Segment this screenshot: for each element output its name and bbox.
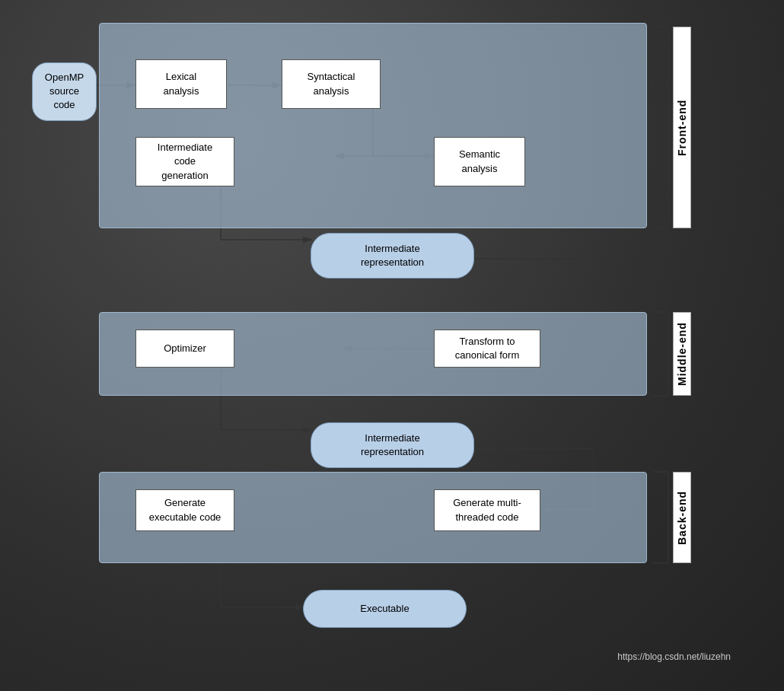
transform-canonical-box: Transform to canonical form <box>434 330 540 368</box>
gen-exec-box: Generate executable code <box>135 489 234 531</box>
middleend-label: Middle-end <box>673 312 691 396</box>
gen-mt-box: Generate multi- threaded code <box>434 489 540 531</box>
backend-label: Back-end <box>673 472 691 563</box>
frontend-panel <box>99 23 647 228</box>
ir1-node: Intermediate representation <box>311 233 474 279</box>
frontend-label: Front-end <box>673 27 691 228</box>
ir2-node: Intermediate representation <box>311 422 474 468</box>
watermark: https://blog.csdn.net/liuzehn <box>617 651 731 662</box>
source-code-node: OpenMP source code <box>32 62 97 121</box>
syntactical-analysis-box: Syntactical analysis <box>282 59 381 109</box>
lexical-analysis-box: Lexical analysis <box>135 59 227 109</box>
semantic-analysis-box: Semantic analysis <box>434 137 525 186</box>
optimizer-box: Optimizer <box>135 330 234 368</box>
intermediate-code-gen-box: Intermediate code generation <box>135 137 234 186</box>
executable-node: Executable <box>303 590 467 628</box>
